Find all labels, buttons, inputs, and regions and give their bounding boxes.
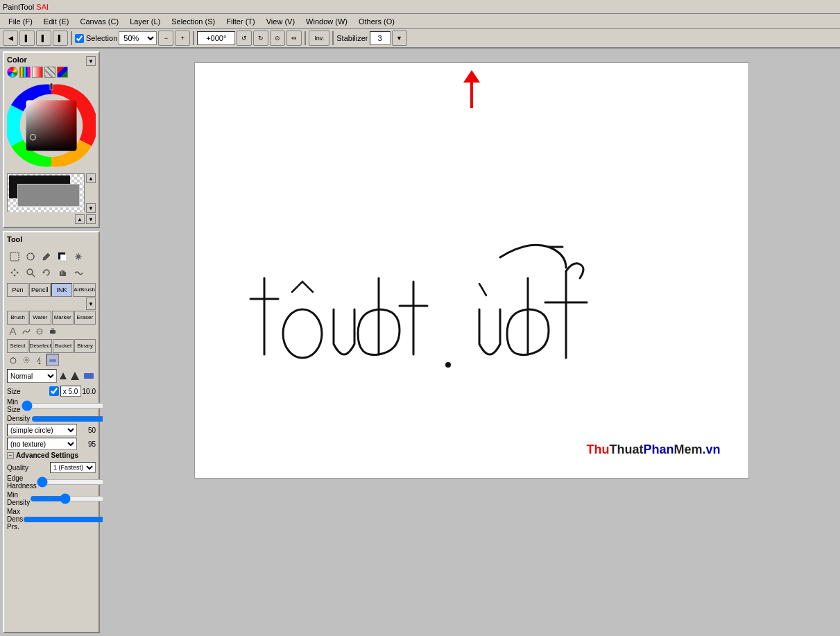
brush-sub-brush[interactable]: Brush [7,311,28,325]
color-panel-arrow[interactable]: ▼ [86,56,96,66]
flip-h[interactable]: ⇔ [286,31,302,46]
brush-icon-8[interactable] [46,354,59,366]
brush-type-scroll[interactable]: ▼ [86,298,96,310]
color-mode-svstrip[interactable] [32,67,43,78]
menu-window[interactable]: Window (W) [300,16,353,27]
menu-file[interactable]: File (F) [3,16,38,27]
color-panel-scroll-up[interactable]: ▲ [86,173,96,183]
quality-row: Quality 1 (Fastest) [7,462,96,473]
brush-sub-select[interactable]: Select [7,339,28,353]
brush-type-airbrush[interactable]: AirBrush [73,283,96,297]
size-row: Size 10.0 [7,386,96,397]
toolbar-btn-3[interactable]: ▌ [36,31,51,46]
stabilizer-input[interactable] [370,31,391,45]
color-mode-grid[interactable] [44,67,55,78]
secondary-color[interactable] [17,184,80,207]
brush-sub-bucket[interactable]: Bucket [53,339,74,353]
tool-black-swatch[interactable] [55,249,70,264]
inv-btn[interactable]: Inv. [309,31,329,46]
tool-icons-row1 [7,249,96,264]
main-area: Color ▼ [0,49,840,636]
advanced-collapse-icon[interactable]: − [7,452,14,459]
brush-texture-row: (no texture) 95 [7,438,96,450]
sv-square-val[interactable] [26,101,77,151]
brush-type-ink[interactable]: INK [51,283,73,297]
toolbar-btn-1[interactable]: ◀ [3,31,18,46]
brush-icon-6[interactable] [20,354,33,366]
advanced-settings-toggle[interactable]: − Advanced Settings [7,452,96,459]
color-mode-palette[interactable] [57,67,68,78]
brush-shape-value: 50 [78,427,96,434]
toolbar-sep-4 [332,31,334,45]
tool-marquee[interactable] [7,249,22,264]
rotate-right[interactable]: ↻ [253,31,268,46]
brush-type-pen[interactable]: Pen [7,283,28,297]
svg-line-6 [32,274,35,277]
tool-move[interactable] [7,265,22,280]
brush-sub-water[interactable]: Water [29,311,51,325]
brush-shape-select[interactable]: (simple circle) [7,424,77,436]
density-slider[interactable] [31,415,103,422]
menu-filter[interactable]: Filter (T) [221,16,261,27]
selection-checkbox-label[interactable]: Selection [75,34,117,43]
brush-icon-3[interactable] [33,325,46,338]
tool-hand[interactable] [55,265,70,280]
rotation-input[interactable] [197,31,235,45]
menu-layer[interactable]: Layer (L) [124,16,166,27]
zoom-minus[interactable]: − [158,31,173,46]
menu-edit[interactable]: Edit (E) [38,16,75,27]
color-mode-circle[interactable] [7,67,18,78]
min-size-slider[interactable] [22,402,103,409]
rotate-left[interactable]: ↺ [237,31,252,46]
brush-icon-1[interactable] [7,325,19,338]
color-wheel[interactable] [7,80,96,171]
tool-eyedropper[interactable] [39,249,54,264]
brush-sub-binary[interactable]: Binary [74,339,96,353]
selection-checkbox[interactable] [75,34,84,43]
quality-select[interactable]: 1 (Fastest) [50,462,96,473]
logo-accent: SAI [36,3,49,11]
menu-selection[interactable]: Selection (S) [166,16,221,27]
tool-zoom[interactable] [23,265,38,280]
stabilizer-arrow[interactable]: ▼ [392,31,407,46]
color-panel-scroll2-down[interactable]: ▼ [86,214,96,224]
tool-transform[interactable] [71,249,86,264]
svg-marker-22 [71,372,79,380]
brush-type-pencil[interactable]: Pencil [29,283,51,297]
brush-icon-5[interactable] [7,354,19,366]
brush-sub-eraser[interactable]: Eraser [74,311,96,325]
color-panel-scroll2-up[interactable]: ▲ [75,214,85,224]
drawing-canvas[interactable]: ThuThuatPhanMem.vn [194,62,749,479]
canvas-area[interactable]: ThuThuatPhanMem.vn [103,49,840,636]
blend-mode-row: Normal Multiply Screen [7,369,96,383]
zoom-plus[interactable]: + [175,31,190,46]
brush-sub-deselect[interactable]: Deselect [29,339,52,353]
toolbar-btn-2[interactable]: ▌ [19,31,35,46]
brush-sub-marker[interactable]: Marker [52,311,74,325]
menu-view[interactable]: View (V) [261,16,300,27]
menu-canvas[interactable]: Canvas (C) [75,16,125,27]
brush-icon-2[interactable] [20,325,33,338]
tip-rect [82,371,96,381]
watermark-vn: vn [705,442,720,456]
brush-icon-7[interactable] [33,354,46,366]
blend-mode-select[interactable]: Normal Multiply Screen [7,369,57,383]
toolbar-btn-4[interactable]: ▌ [53,31,68,46]
rotate-reset[interactable]: ⊙ [270,31,285,46]
edge-hardness-slider[interactable] [37,479,103,485]
brush-texture-select[interactable]: (no texture) [7,438,77,450]
color-mode-hstrip[interactable] [19,67,31,78]
color-panel-scroll-down[interactable]: ▼ [86,203,96,213]
min-density-slider[interactable] [30,495,103,502]
zoom-select[interactable]: 50% 25% 100% [119,31,157,45]
menu-others[interactable]: Others (O) [353,16,400,27]
size-checkbox[interactable] [49,386,59,396]
tool-lasso[interactable] [23,249,38,264]
brush-icon-4[interactable] [46,325,59,338]
tool-rotate[interactable] [39,265,54,280]
color-wheel-container[interactable] [7,80,96,171]
max-dens-prs-slider[interactable] [23,516,103,523]
color-preview-bg[interactable] [7,173,85,212]
size-multiplier[interactable] [60,386,81,397]
tool-smudge[interactable] [71,265,86,280]
